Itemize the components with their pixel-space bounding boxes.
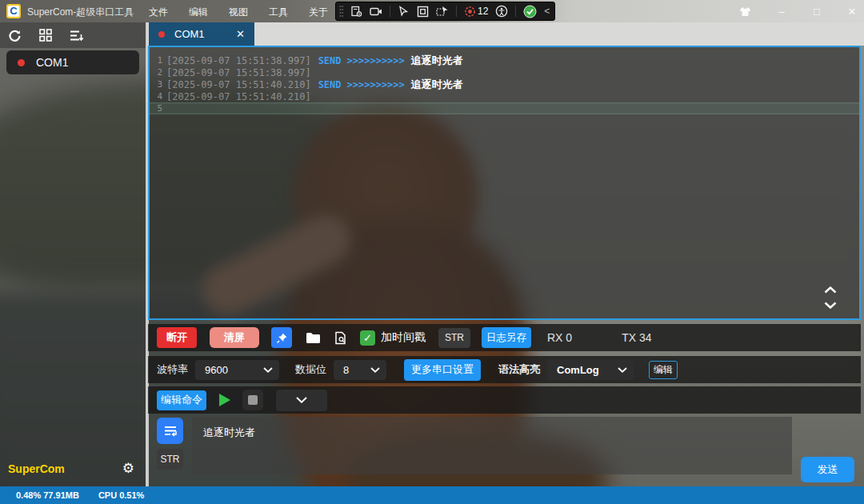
timestamp-label[interactable]: 加时间戳 (381, 330, 426, 345)
tabbar: COM1 ✕ (147, 22, 864, 46)
chevron-down-icon (263, 367, 273, 373)
pin-button[interactable] (271, 327, 292, 348)
tab-close-icon[interactable]: ✕ (236, 28, 245, 40)
chevron-down-icon (296, 397, 307, 403)
view-log-file-icon[interactable] (334, 331, 346, 345)
log-line: 4[2025-09-07 15:51:40.210] (150, 90, 859, 102)
cpu-usage: CPU 0.51% (98, 490, 144, 500)
connection-toolbar: 断开 清屏 ✓ 加时间戳 STR 日志另存 RX 0 TX 34 (148, 324, 861, 351)
app-title: SuperCom-超级串口工具 (27, 6, 134, 19)
menubar: 文件 编辑 视图 工具 关于 (149, 6, 328, 19)
composer-controls: STR (157, 418, 183, 470)
edit-commands-button[interactable]: 编辑命令 (157, 390, 206, 410)
rx-counter: RX 0 (547, 331, 572, 344)
baud-rate-label: 波特率 (157, 362, 188, 377)
refresh-ports-icon[interactable] (8, 29, 22, 42)
log-line: 1[2025-09-07 15:51:38.997]SEND>>>>>>>>>>… (150, 54, 859, 66)
scroll-up-icon[interactable] (824, 286, 837, 294)
accessibility-icon[interactable] (495, 5, 508, 18)
port-label: COM1 (36, 56, 68, 69)
send-input[interactable] (192, 417, 792, 474)
terminal-log[interactable]: 1[2025-09-07 15:51:38.997]SEND>>>>>>>>>>… (148, 46, 861, 320)
timestamp-checkbox[interactable]: ✓ (360, 330, 375, 346)
scroll-controls (824, 286, 837, 309)
menu-view[interactable]: 视图 (229, 6, 248, 19)
send-button[interactable]: 发送 (801, 457, 854, 482)
app-logo-icon: C (6, 4, 21, 18)
open-folder-icon[interactable] (306, 332, 321, 344)
command-bar: 编辑命令 (148, 386, 861, 414)
log-line: 3[2025-09-07 15:51:40.210]SEND>>>>>>>>>>… (150, 78, 859, 90)
theme-skin-icon[interactable] (739, 6, 754, 17)
capture-toolbar: 12 < (335, 2, 555, 21)
play-button[interactable] (219, 394, 230, 406)
disconnect-button[interactable]: 断开 (157, 327, 197, 348)
sidebar: COM1 SuperCom ⚙ (0, 22, 146, 486)
data-bits-label: 数据位 (295, 362, 326, 377)
record-video-icon[interactable] (370, 6, 382, 17)
scroll-down-icon[interactable] (824, 302, 837, 309)
log-line-current: 5 (150, 102, 859, 114)
tab-status-dot (158, 31, 165, 38)
edit-syntax-button[interactable]: 编辑 (649, 361, 678, 379)
port-status-dot (18, 59, 25, 66)
tx-counter: TX 34 (622, 331, 651, 344)
save-log-button[interactable]: 日志另存 (482, 327, 531, 348)
sidebar-toolbar (0, 22, 146, 48)
select-window-icon[interactable] (436, 6, 449, 17)
clear-screen-button[interactable]: 清屏 (210, 327, 259, 348)
memory-usage: 0.48% 77.91MB (16, 490, 79, 500)
confirm-check-icon[interactable] (523, 5, 537, 18)
settings-gear-icon[interactable]: ⚙ (122, 460, 134, 477)
pointer-capture-icon[interactable] (398, 6, 410, 17)
composer-str-button[interactable]: STR (157, 449, 183, 470)
command-select[interactable] (276, 390, 327, 411)
stop-button[interactable] (242, 390, 263, 410)
serial-settings-bar: 波特率 9600 数据位 8 更多串口设置 语法高亮 ComLog 编辑 (148, 356, 861, 383)
baud-rate-select[interactable]: 9600 (195, 360, 279, 380)
more-serial-settings-button[interactable]: 更多串口设置 (404, 359, 481, 381)
data-bits-select[interactable]: 8 (334, 360, 386, 380)
tab-com1[interactable]: COM1 ✕ (149, 22, 254, 46)
menu-edit[interactable]: 编辑 (189, 6, 208, 19)
capture-settings-icon[interactable] (350, 6, 362, 18)
titlebar: C SuperCom-超级串口工具 文件 编辑 视图 工具 关于 12 (0, 0, 864, 22)
maximize-button[interactable]: □ (810, 6, 824, 18)
drag-grip-icon[interactable] (339, 5, 343, 18)
close-button[interactable]: ✕ (845, 6, 859, 18)
region-capture-icon[interactable] (417, 6, 429, 18)
grid-view-icon[interactable] (39, 29, 52, 42)
chevron-down-icon (618, 367, 627, 373)
tab-label: COM1 (174, 28, 205, 40)
chevron-down-icon (370, 367, 380, 373)
str-mode-button[interactable]: STR (438, 328, 470, 348)
menu-about[interactable]: 关于 (309, 6, 328, 19)
brand-label: SuperCom (8, 462, 65, 475)
collapse-toolbar-icon[interactable]: < (544, 6, 550, 17)
menu-file[interactable]: 文件 (149, 6, 168, 19)
list-sort-icon[interactable] (70, 30, 84, 42)
record-count-badge: 12 (464, 6, 488, 18)
menu-tools[interactable]: 工具 (269, 6, 288, 19)
sidebar-item-com1[interactable]: COM1 (6, 50, 139, 74)
syntax-highlight-select[interactable]: ComLog (547, 360, 634, 380)
multi-line-send-icon[interactable] (157, 418, 183, 444)
syntax-highlight-label: 语法高亮 (498, 362, 540, 377)
minimize-button[interactable]: – (774, 6, 789, 18)
log-line: 2[2025-09-07 15:51:38.997] (150, 66, 859, 78)
statusbar: 0.48% 77.91MB CPU 0.51% (0, 486, 864, 504)
